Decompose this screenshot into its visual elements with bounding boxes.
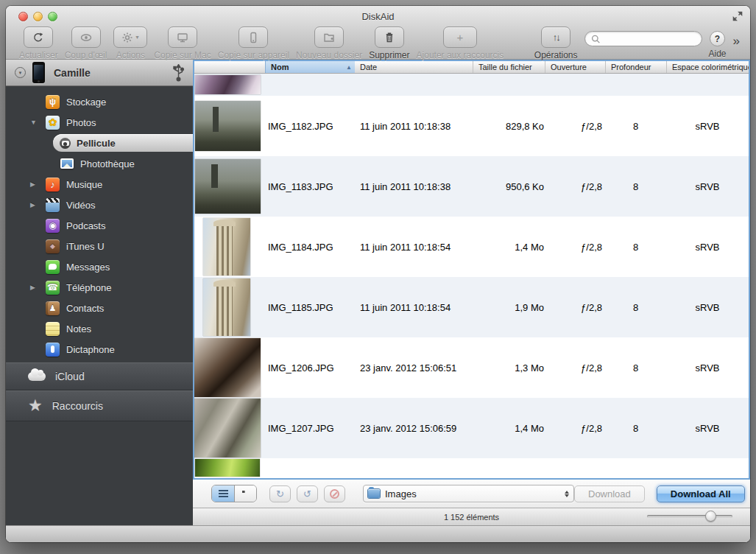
titlebar[interactable]: DiskAid — [6, 6, 750, 27]
new-folder-button[interactable]: Nouveau dossier — [296, 27, 362, 60]
help-button[interactable]: ? Aide — [709, 27, 727, 59]
rotate-clockwise-button[interactable]: ↻ — [269, 485, 291, 502]
download-button[interactable]: Download — [574, 485, 645, 502]
column-header-date[interactable]: Date — [355, 61, 473, 73]
window-title: DiskAid — [6, 11, 750, 22]
table-row[interactable]: IMG_1183.JPG11 juin 2011 10:18:38950,6 K… — [194, 156, 749, 217]
device-tree: Stockage ▼ Photos Pellicule Photothèque — [6, 86, 193, 360]
status-bar: 1 152 éléments — [193, 508, 750, 525]
table-row[interactable]: IMG_1207.JPG23 janv. 2012 15:06:591,4 Mo… — [194, 398, 749, 458]
column-header-profondeur[interactable]: Profondeur — [605, 61, 666, 73]
table-row[interactable]: IMG_1185.JPG11 juin 2011 10:18:541,9 Moƒ… — [194, 277, 749, 337]
actions-button[interactable]: ▼ Actions — [113, 27, 147, 60]
sidebar-item-podcasts[interactable]: Podcasts — [6, 215, 193, 236]
cell-colorspace: sRVB — [666, 242, 749, 253]
window-chrome: DiskAid Actualiser Coup d'œil — [6, 6, 750, 60]
table-row[interactable]: IMG_1182.JPG11 juin 2011 10:18:38829,8 K… — [194, 96, 749, 156]
download-all-button[interactable]: Download All — [657, 485, 745, 502]
device-icon — [247, 32, 259, 43]
sidebar-item-itunes-u[interactable]: iTunes U — [6, 236, 193, 256]
rotate-counterclockwise-button[interactable]: ↺ — [297, 485, 318, 502]
cell-thumbnail — [194, 398, 265, 458]
trash-icon — [384, 32, 395, 43]
quicklook-button[interactable]: Coup d'œil — [65, 27, 107, 60]
operations-button[interactable]: ↑↓ Opérations — [534, 27, 578, 60]
toolbar-overflow-chevron[interactable]: » — [733, 34, 740, 49]
sidebar-item-contacts[interactable]: Contacts — [6, 298, 193, 318]
sidebar-item-videos[interactable]: ▶ Vidéos — [6, 194, 193, 215]
fullscreen-icon[interactable] — [732, 11, 743, 21]
photo-thumbnail — [195, 159, 261, 214]
disclosure-closed-icon[interactable]: ▶ — [30, 180, 35, 188]
sidebar-item-notes[interactable]: Notes — [6, 318, 193, 339]
disclosure-open-icon[interactable]: ▼ — [30, 119, 37, 126]
thumbnail-size-slider[interactable] — [647, 515, 732, 518]
table-row[interactable] — [194, 74, 749, 96]
messages-icon — [46, 260, 60, 274]
table-row[interactable]: IMG_1184.JPG11 juin 2011 10:18:541,4 Moƒ… — [194, 217, 749, 277]
bottom-toolbar: ↻ ↺ Images Download Download All — [193, 480, 750, 508]
sidebar-section-icloud[interactable]: iCloud — [6, 362, 193, 390]
rotate-clockwise-icon: ↻ — [276, 488, 284, 499]
cell-aperture: ƒ/2,8 — [545, 423, 605, 434]
search-input[interactable] — [603, 34, 696, 44]
table-row[interactable]: IMG_1206.JPG23 janv. 2012 15:06:511,3 Mo… — [194, 337, 749, 398]
disclosure-closed-icon[interactable]: ▶ — [30, 284, 35, 291]
stop-button[interactable] — [324, 485, 345, 502]
iphone-icon — [32, 62, 45, 83]
table-row[interactable] — [194, 458, 749, 478]
sidebar-item-stockage[interactable]: Stockage — [6, 91, 193, 112]
close-button[interactable] — [18, 12, 28, 21]
cloud-icon — [28, 372, 46, 381]
filter-dropdown[interactable]: Images — [363, 485, 574, 502]
sidebar-item-photos[interactable]: ▼ Photos — [6, 112, 193, 133]
notes-icon — [46, 322, 60, 336]
copy-to-device-button[interactable]: Copie sur appareil — [218, 27, 289, 60]
eye-icon — [80, 32, 93, 43]
slider-thumb[interactable] — [705, 511, 716, 522]
list-view-button[interactable] — [212, 485, 234, 502]
delete-button[interactable]: Supprimer — [369, 27, 409, 60]
sidebar-item-dictaphone[interactable]: Dictaphone — [6, 339, 193, 360]
cell-depth: 8 — [605, 302, 666, 313]
add-to-shortcuts-button[interactable]: + Ajouter aux raccourcis — [417, 27, 504, 60]
column-header-ouverture[interactable]: Ouverture — [545, 61, 605, 73]
search-field[interactable] — [584, 31, 702, 46]
device-header[interactable]: Camille — [6, 60, 193, 86]
cell-colorspace: sRVB — [666, 302, 749, 313]
sidebar-item-phototheque[interactable]: Photothèque — [6, 153, 193, 174]
cell-depth: 8 — [605, 121, 666, 132]
minimize-button[interactable] — [33, 12, 43, 21]
stop-icon — [330, 489, 339, 499]
column-header-nom[interactable]: Nom ▲ — [265, 61, 355, 73]
eject-icon[interactable] — [15, 67, 26, 78]
copy-to-mac-button[interactable]: Copie sur Mac — [154, 27, 211, 60]
cell-depth: 8 — [605, 423, 666, 434]
sidebar-item-telephone[interactable]: ▶ Téléphone — [6, 277, 193, 298]
cell-depth: 8 — [605, 362, 666, 374]
disclosure-closed-icon[interactable]: ▶ — [30, 201, 35, 208]
toolbar: Actualiser Coup d'œil ▼ Actions Copie su — [6, 27, 750, 60]
grid-view-button[interactable] — [234, 485, 256, 502]
refresh-button[interactable]: Actualiser — [19, 27, 58, 60]
device-name: Camille — [54, 67, 173, 79]
cell-size: 829,8 Ko — [473, 121, 545, 132]
sidebar-item-pellicule[interactable]: Pellicule — [6, 133, 193, 153]
cell-thumbnail — [194, 217, 265, 277]
camera-icon — [60, 138, 71, 149]
zoom-button[interactable] — [48, 12, 57, 21]
new-folder-icon — [323, 32, 335, 43]
column-header-espace[interactable]: Espace colorimétrique — [666, 61, 749, 73]
column-header-taille[interactable]: Taille du fichier — [473, 61, 545, 73]
up-down-arrows-icon: ↑↓ — [553, 32, 559, 43]
music-icon — [46, 178, 60, 192]
file-table: Nom ▲ Date Taille du fichier Ouverture P… — [193, 60, 750, 480]
cell-date: 11 juin 2011 10:18:38 — [355, 121, 473, 132]
sort-ascending-icon: ▲ — [346, 64, 352, 71]
sidebar-item-messages[interactable]: Messages — [6, 256, 193, 277]
contacts-icon — [46, 301, 60, 315]
search-icon — [591, 34, 600, 44]
sidebar-item-musique[interactable]: ▶ Musique — [6, 174, 193, 194]
sidebar-section-raccourcis[interactable]: ★ Raccourcis — [6, 390, 193, 421]
cell-name: IMG_1184.JPG — [265, 242, 355, 253]
